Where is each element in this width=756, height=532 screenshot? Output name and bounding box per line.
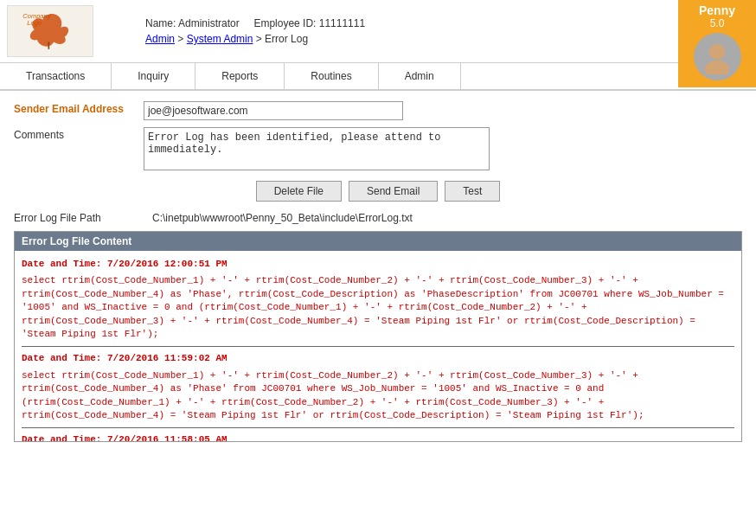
log-entry: select rtrim(Cost_Code_Number_1) + '-' +… [22,369,734,423]
delete-file-button[interactable]: Delete File [256,181,342,202]
svg-point-4 [705,61,729,74]
name-label: Name: [145,17,176,29]
employee-value: 11111111 [319,17,365,29]
logo-area: Company Logo [7,5,128,57]
breadcrumb-sep1: > [177,33,186,45]
sender-email-row: Sender Email Address [14,101,742,120]
log-entry: select rtrim(Cost_Code_Number_1) + '-' +… [22,274,734,341]
log-timestamp: Date and Time: 7/20/2016 11:58:05 AM [22,433,734,441]
comments-row: Comments [14,127,742,170]
file-path-value: C:\inetpub\wwwroot\Penny_50_Beta\include… [152,212,413,224]
nav-item-transactions[interactable]: Transactions [0,63,112,89]
log-divider [22,346,734,347]
test-button[interactable]: Test [445,181,500,202]
send-email-button[interactable]: Send Email [349,181,438,202]
breadcrumb-current: Error Log [265,33,308,45]
avatar [694,33,741,80]
error-log-header: Error Log File Content [15,232,741,251]
error-log-content[interactable]: Date and Time: 7/20/2016 12:00:51 PMsele… [15,251,741,441]
comments-label: Comments [14,127,144,141]
svg-point-3 [709,44,725,60]
user-badge: Penny 5.0 [678,0,756,87]
user-badge-name: Penny [678,3,756,17]
breadcrumb: Admin > System Admin > Error Log [145,33,749,45]
sender-email-label: Sender Email Address [14,101,144,115]
main-content: Sender Email Address Comments Delete Fil… [0,91,756,452]
sender-email-input[interactable] [144,101,403,120]
name-value: Administrator [178,17,240,29]
file-path-section: Error Log File Path C:\inetpub\wwwroot\P… [14,212,742,224]
name-line: Name: Administrator Employee ID: 1111111… [145,17,749,29]
breadcrumb-admin-link[interactable]: Admin [145,33,175,45]
log-timestamp: Date and Time: 7/20/2016 11:59:02 AM [22,352,734,365]
employee-label: Employee ID: [253,17,316,29]
button-row: Delete File Send Email Test [14,181,742,202]
breadcrumb-sep2: > [256,33,265,45]
form-section: Sender Email Address Comments [14,101,742,170]
file-path-label: Error Log File Path [14,212,152,224]
log-timestamp: Date and Time: 7/20/2016 12:00:51 PM [22,258,734,271]
breadcrumb-system-admin-link[interactable]: System Admin [187,33,253,45]
log-divider [22,427,734,428]
nav-item-admin[interactable]: Admin [379,63,461,89]
user-info: Name: Administrator Employee ID: 1111111… [128,17,749,45]
header: Company Logo Name: Administrator Employe… [0,0,756,63]
company-logo: Company Logo [7,5,93,57]
user-badge-version: 5.0 [678,17,756,29]
comments-textarea[interactable] [144,127,490,170]
nav-item-reports[interactable]: Reports [195,63,285,89]
nav-item-routines[interactable]: Routines [285,63,378,89]
nav-spacer [461,63,687,89]
nav-bar: Transactions Inquiry Reports Routines Ad… [0,63,756,91]
nav-item-inquiry[interactable]: Inquiry [112,63,195,89]
error-log-section: Error Log File Content Date and Time: 7/… [14,231,742,442]
